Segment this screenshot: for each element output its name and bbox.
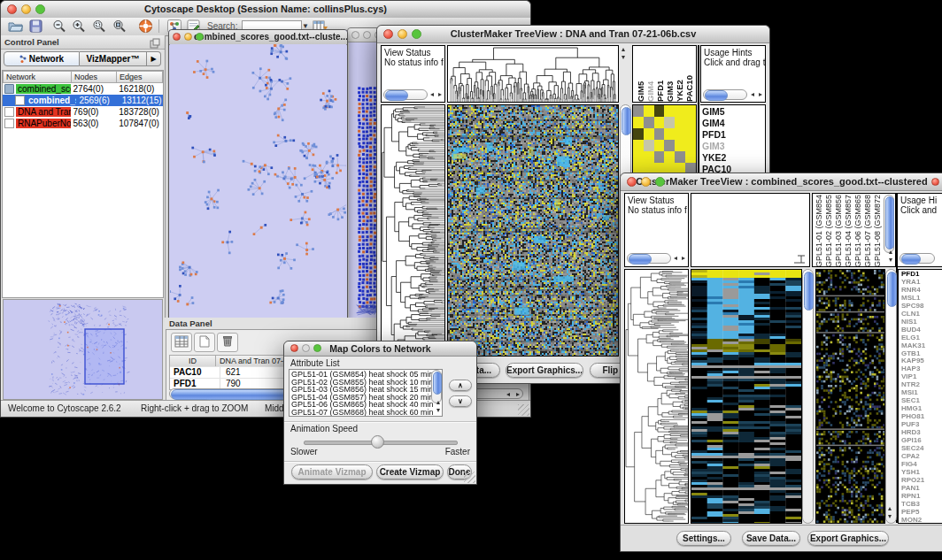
delete-attribute-trash-icon[interactable] [217,333,238,352]
heatmap-cell[interactable] [633,117,644,128]
close-icon[interactable] [173,33,181,41]
scroll-right-icon[interactable]: ▸ [682,254,685,263]
tv2-heat-vscrollbar[interactable] [802,269,814,524]
attribute-list-item[interactable]: GPL51-07 (GSM868) heat shock 60 min [291,409,442,417]
scroll-left-icon[interactable]: ◂ [506,390,510,399]
scroll-down-icon[interactable]: ▾ [888,512,892,521]
scroll-down-icon[interactable]: ▾ [622,53,625,62]
cytoscape-title-bar[interactable]: Cytoscape Desktop (Session Name: collins… [1,1,530,19]
heatmap-cell[interactable] [675,128,685,140]
col-edges[interactable]: Edges [117,71,163,83]
heatmap-cell[interactable] [654,128,665,140]
heatmap-cell[interactable] [644,128,654,140]
close-icon[interactable] [7,4,17,14]
zoom-window-icon[interactable] [655,177,665,187]
zoom-window-icon[interactable] [412,29,421,39]
heatmap-cell[interactable] [633,105,644,117]
heatmap-cell[interactable] [685,128,696,140]
minimize-icon[interactable] [184,33,192,41]
heatmap-cell[interactable] [664,128,675,140]
zoom-window-icon[interactable] [35,4,45,14]
tv2-row-dendrogram[interactable] [624,269,689,524]
zoom-selected-icon[interactable] [92,19,106,37]
heatmap-cell[interactable] [644,117,654,128]
heatmap-cell[interactable] [644,140,654,151]
resize-grip[interactable] [464,472,475,483]
tv2-export-graphics-button[interactable]: Export Graphics... [807,531,889,546]
heatmap-cell[interactable] [654,151,665,163]
attribute-listbox[interactable]: GPL51-01 (GSM854) heat shock 05 minGPL51… [289,369,443,417]
network-window-title-bar[interactable]: combined_scores_good.txt--cluste... [169,30,347,45]
tv1-export-graphics-button[interactable]: Export Graphics... [506,363,583,378]
table-row[interactable]: combined_sco2569(6)13112(15) [3,95,163,106]
open-file-button[interactable] [8,19,23,36]
heatmap-cell[interactable] [675,117,685,128]
create-vizmap-button[interactable]: Create Vizmap [376,464,444,479]
heatmap-cell[interactable] [664,105,675,117]
close-icon[interactable] [383,29,393,39]
dialog-title-bar[interactable]: Map Colors to Network [284,341,476,357]
col-nodes[interactable]: Nodes [72,71,117,83]
tv2-collabel-scrollbar[interactable] [884,195,894,253]
id-column-header[interactable]: ID [170,356,216,366]
zoom-fit-icon[interactable] [112,19,127,37]
minimize-icon[interactable] [363,31,371,39]
minimize-icon[interactable] [21,4,31,14]
tv1-row-dendrogram[interactable] [381,104,445,357]
resize-grip[interactable] [518,404,529,416]
network-canvas-1[interactable] [170,44,346,318]
heatmap-cell[interactable] [633,128,644,140]
heatmap-cell[interactable] [664,151,675,163]
tv1-hints-scrollbar[interactable] [703,89,747,100]
heatmap-cell[interactable] [675,151,685,163]
zoom-out-icon[interactable] [52,19,66,37]
scroll-left-icon[interactable]: ◂ [430,90,434,99]
minimize-icon[interactable] [641,177,651,187]
tv2-heatmap-detail[interactable] [815,269,885,524]
zoom-window-icon[interactable] [196,33,204,41]
tv2-detail-vscrollbar[interactable]: ▴ ▾ [885,269,897,524]
zoom-in-icon[interactable] [72,19,86,37]
heatmap-cell[interactable] [654,117,665,128]
close-icon[interactable] [627,177,637,187]
scroll-right-icon[interactable]: ▸ [516,390,520,399]
table-row[interactable]: DNA and Tran 07769(0)183728(0) [3,106,163,118]
tv2-hints-scrollbar[interactable] [900,253,935,264]
tv2-heatmap-global[interactable] [691,269,802,524]
tv2-settings-button[interactable]: Settings... [676,531,731,546]
new-attribute-icon[interactable] [194,333,215,352]
treeview-dna-title-bar[interactable]: ClusterMaker TreeView : DNA and Tran 07-… [377,26,769,43]
heatmap-cell[interactable] [644,105,654,117]
tv1-status-scrollbar[interactable] [383,89,428,100]
scroll-right-icon[interactable]: ▸ [438,90,442,99]
tv1-heatmap-global[interactable] [447,104,619,357]
close-icon[interactable] [351,31,359,39]
heatmap-cell[interactable] [685,117,696,128]
treeview-combined-title-bar[interactable]: ClusterMaker TreeView : combined_scores_… [621,173,942,191]
table-row[interactable]: combined_scores2764(0)16218(0) [3,83,163,95]
tab-network[interactable]: Network [4,51,80,66]
heatmap-cell[interactable] [685,140,696,151]
move-down-button[interactable]: ∨ [449,395,472,407]
minimize-icon[interactable] [302,344,310,352]
heatmap-cell[interactable] [644,151,654,163]
heatmap-cell[interactable] [675,140,685,151]
tv1-column-dendrogram[interactable] [447,45,619,103]
close-icon[interactable] [290,344,298,352]
heatmap-cell[interactable] [654,140,665,151]
speed-slider-thumb[interactable] [371,435,384,449]
attribute-table-icon[interactable] [171,333,192,352]
scroll-left-icon[interactable]: ◂ [674,254,677,263]
heatmap-cell[interactable] [685,105,696,117]
tv2-column-dendrogram[interactable] [691,193,810,267]
zoom-window-icon[interactable] [313,344,321,352]
tv2-status-scrollbar[interactable] [627,253,671,264]
float-panel-icon[interactable] [150,36,160,52]
table-row[interactable]: RNAPuberNov2+563(0)107847(0) [3,118,163,129]
heatmap-cell[interactable] [654,105,665,117]
tab-vizmapper[interactable]: VizMapper™ [80,51,147,66]
col-network[interactable]: Network [3,71,72,83]
heatmap-cell[interactable] [633,151,644,163]
scroll-right-icon[interactable]: ▸ [759,90,762,99]
scroll-down-icon[interactable]: ▾ [889,256,892,265]
